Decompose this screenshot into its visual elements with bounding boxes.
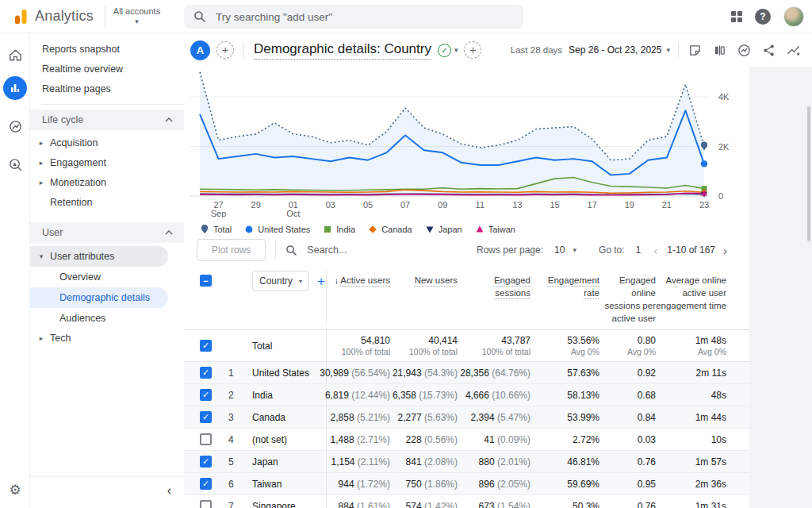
cell-engagement-rate: 53.99%	[567, 412, 599, 423]
account-switcher[interactable]: All accounts ▾	[113, 6, 160, 26]
insights-sparkle-icon[interactable]	[787, 44, 801, 57]
search-icon	[285, 244, 297, 256]
table-row: ✓ 3 Canada 2,858 (5.21%) 2,277 (5.63%) 2…	[184, 406, 749, 429]
chevron-down-icon[interactable]: ▾	[454, 46, 458, 54]
nav-user-attributes[interactable]: ▾User attributes	[30, 246, 168, 267]
nav-reports-snapshot[interactable]: Reports snapshot	[30, 40, 184, 60]
legend-item-japan[interactable]: Japan	[425, 225, 462, 234]
row-number: 1	[228, 368, 234, 379]
add-comparison-button[interactable]: +	[216, 41, 234, 59]
date-range-picker[interactable]: Sep 26 - Oct 23, 2025	[569, 44, 661, 56]
nav-acquisition[interactable]: ▸Acquisition	[30, 133, 184, 153]
nav-engagement[interactable]: ▸Engagement	[30, 153, 184, 173]
legend-item-united-states[interactable]: United States	[244, 225, 310, 234]
nav-demographic-details[interactable]: Demographic details	[30, 287, 168, 308]
reports-icon[interactable]	[0, 75, 30, 102]
row-checkbox[interactable]: ✓	[200, 478, 212, 490]
compare-icon[interactable]	[713, 44, 726, 57]
row-number: 2	[228, 390, 234, 401]
cell-engagement-time: 1m 57s	[695, 456, 726, 468]
add-filter-button[interactable]: +	[464, 41, 481, 59]
table-search[interactable]	[285, 244, 393, 256]
col-active-users[interactable]: ↓Active users	[326, 271, 390, 325]
col-engaged-sessions[interactable]: Engaged sessions	[458, 271, 530, 299]
nav-tech[interactable]: ▸Tech	[30, 329, 184, 348]
col-avg-engagement-time[interactable]: Average online active user engagement ti…	[656, 271, 726, 312]
col-new-users[interactable]: New users	[390, 271, 458, 287]
legend-item-taiwan[interactable]: Taiwan	[475, 225, 515, 234]
collapse-sidebar-icon[interactable]: ‹	[167, 483, 171, 498]
plot-rows-button[interactable]: Plot rows	[197, 239, 266, 261]
add-dimension-button[interactable]: +	[317, 275, 325, 288]
x-axis-month-label: Sep	[211, 209, 227, 217]
legend-item-canada[interactable]: Canada	[368, 225, 412, 234]
col-engaged-sessions-per-user[interactable]: Engaged online sessions per active user	[599, 271, 656, 325]
chart-section: 4K2K027Sep2901Oct0305070911131517192123 …	[184, 67, 749, 236]
next-page-icon[interactable]: ›	[723, 244, 727, 257]
divider	[243, 41, 244, 59]
x-axis-label: 21	[662, 200, 672, 210]
nav-section-life-cycle[interactable]: Life cycle	[30, 110, 184, 130]
report-header: A + Demographic details: Country ✓ ▾ + L…	[184, 33, 812, 67]
scrollbar-thumb[interactable]	[807, 106, 810, 241]
insights-icon[interactable]	[737, 44, 751, 57]
sort-desc-icon: ↓	[335, 275, 339, 285]
saved-check-icon[interactable]: ✓	[438, 44, 451, 57]
help-icon[interactable]: ?	[755, 9, 771, 25]
report-avatar[interactable]: A	[190, 40, 210, 60]
cell-sessions-per-user: 0.76	[638, 456, 656, 468]
explore-icon[interactable]	[0, 151, 30, 178]
x-axis-label: 17	[588, 200, 597, 210]
chevron-down-icon[interactable]: ▾	[573, 246, 576, 254]
nav-overview[interactable]: Overview	[30, 267, 168, 287]
table-row: ✓ 1 United States 30,989 (56.54%) 21,943…	[184, 362, 749, 384]
global-search[interactable]	[184, 5, 523, 29]
dimension-select[interactable]: Country▾	[252, 271, 309, 291]
diagnostics-grid-icon[interactable]	[731, 11, 742, 22]
row-checkbox[interactable]: ✓	[200, 411, 212, 423]
row-checkbox[interactable]: ✓	[200, 389, 212, 401]
x-axis-label: 11	[476, 200, 485, 210]
notes-icon[interactable]	[688, 44, 702, 57]
user-avatar[interactable]	[783, 6, 804, 27]
cell-engagement-rate: 59.69%	[567, 479, 599, 490]
nav-audiences[interactable]: Audiences	[30, 308, 168, 329]
cell-engagement-rate: 57.63%	[567, 368, 599, 379]
legend-item-india[interactable]: India	[323, 225, 355, 234]
chevron-down-icon: ▾	[666, 46, 670, 54]
row-checkbox[interactable]	[200, 433, 212, 445]
nav-realtime-overview[interactable]: Realtime overview	[30, 60, 184, 79]
nav-retention[interactable]: Retention	[30, 193, 184, 213]
nav-monetization[interactable]: ▸Monetization	[30, 173, 184, 193]
nav-section-user[interactable]: User	[30, 222, 184, 243]
table-row: ✓ 2 India 6,819 (12.44%) 6,358 (15.73%) …	[184, 384, 749, 406]
cell-active-users: 30,989 (56.54%)	[320, 368, 390, 379]
total-row-checkbox[interactable]: ✓	[200, 340, 212, 352]
table-search-input[interactable]	[305, 244, 393, 256]
cell-sessions-per-user: 0.68	[638, 390, 656, 401]
goto-page-input[interactable]: 1	[636, 244, 642, 256]
cell-sessions-per-user: 0.76	[638, 501, 656, 508]
y-axis-label: 2K	[718, 142, 730, 152]
nav-realtime-pages[interactable]: Realtime pages	[30, 79, 184, 99]
x-axis-label: 13	[512, 200, 522, 210]
triangle-up-marker-icon	[475, 225, 485, 234]
advertising-icon[interactable]	[0, 113, 30, 140]
row-checkbox[interactable]: ✓	[200, 367, 212, 379]
home-icon[interactable]	[0, 41, 30, 68]
share-icon[interactable]	[762, 44, 776, 57]
prev-page-icon[interactable]: ‹	[653, 244, 657, 257]
table-row: 7 Singapore 884 (1.61%) 574 (1.42%) 673 …	[184, 495, 749, 508]
search-input[interactable]	[214, 10, 514, 24]
col-engagement-rate[interactable]: Engagement rate	[530, 271, 599, 299]
chevron-down-icon: ▾	[135, 17, 139, 26]
row-checkbox[interactable]: ✓	[200, 456, 212, 468]
cell-engaged-sessions: 880 (2.01%)	[479, 456, 530, 468]
rows-per-page-select[interactable]: 10	[554, 244, 565, 256]
admin-gear-icon[interactable]: ⚙	[0, 482, 30, 498]
select-all-checkbox[interactable]: −	[200, 275, 212, 287]
row-checkbox[interactable]	[200, 500, 212, 508]
legend-item-total[interactable]: Total	[200, 224, 232, 234]
cell-active-users: 1,488 (2.71%)	[331, 434, 390, 445]
report-card: 4K2K027Sep2901Oct0305070911131517192123 …	[184, 67, 749, 508]
